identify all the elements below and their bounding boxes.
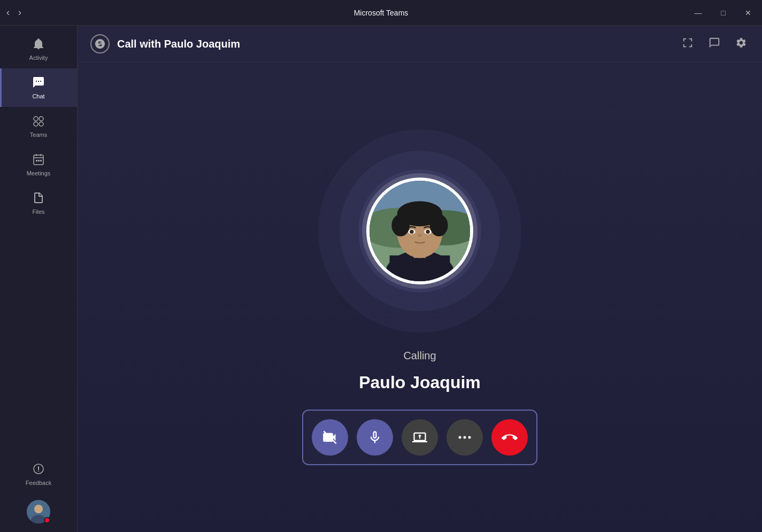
activity-label: Activity (29, 55, 48, 61)
toggle-mic-button[interactable] (357, 419, 393, 456)
share-screen-button[interactable] (402, 419, 438, 456)
svg-point-26 (391, 214, 410, 236)
sidebar-item-meetings[interactable]: Meetings (0, 145, 77, 184)
minimize-button[interactable]: — (690, 6, 706, 19)
calling-status: Calling (403, 350, 436, 362)
call-header: Call with Paulo Joaquim (78, 26, 762, 63)
svg-point-0 (34, 117, 38, 121)
svg-rect-22 (390, 256, 450, 281)
svg-point-35 (468, 436, 471, 439)
caller-avatar (366, 178, 473, 284)
svg-point-30 (410, 230, 414, 234)
chat-icon (32, 76, 45, 91)
meetings-icon (32, 153, 45, 168)
call-controls (302, 410, 537, 465)
sidebar-item-activity[interactable]: Activity (0, 30, 77, 68)
back-button[interactable]: ‹ (6, 7, 10, 18)
files-label: Files (32, 209, 44, 215)
close-button[interactable]: ✕ (741, 6, 756, 19)
svg-point-13 (38, 471, 39, 472)
sidebar-item-chat[interactable]: Chat (0, 68, 77, 107)
user-avatar[interactable] (27, 500, 50, 523)
svg-rect-8 (36, 160, 37, 161)
settings-button[interactable] (733, 35, 749, 53)
title-bar: ‹ › Microsoft Teams — □ ✕ (0, 0, 762, 26)
teams-label: Teams (30, 132, 47, 138)
avatar-inner (370, 181, 470, 281)
hang-up-button[interactable] (491, 419, 528, 456)
svg-rect-10 (40, 160, 42, 161)
more-options-button[interactable] (447, 419, 483, 456)
svg-point-34 (464, 436, 466, 439)
svg-point-2 (34, 122, 38, 126)
main-area: Activity Chat Teams (0, 26, 762, 532)
call-area: Call with Paulo Joaquim (78, 26, 762, 532)
svg-point-27 (430, 214, 448, 236)
svg-point-31 (426, 230, 430, 234)
sidebar-item-teams[interactable]: Teams (0, 107, 77, 145)
svg-point-1 (39, 117, 43, 121)
teams-icon (32, 114, 45, 129)
files-icon (32, 191, 45, 206)
title-bar-nav: ‹ › (6, 7, 21, 18)
feedback-label: Feedback (26, 480, 51, 486)
maximize-button[interactable]: □ (717, 6, 730, 19)
sidebar: Activity Chat Teams (0, 26, 78, 532)
forward-button[interactable]: › (18, 7, 21, 18)
toggle-video-button[interactable] (312, 419, 348, 456)
meetings-label: Meetings (27, 170, 51, 176)
svg-point-15 (34, 505, 43, 513)
feedback-icon (32, 462, 45, 477)
fullscreen-button[interactable] (680, 35, 696, 53)
call-content: Calling Paulo Joaquim (78, 63, 762, 532)
svg-point-3 (39, 122, 43, 126)
window-title: Microsoft Teams (354, 9, 409, 17)
chat-label: Chat (32, 93, 44, 99)
sidebar-item-feedback[interactable]: Feedback (0, 455, 77, 494)
call-title: Call with Paulo Joaquim (117, 38, 680, 50)
avatar-badge (44, 517, 50, 523)
sidebar-item-files[interactable]: Files (0, 184, 77, 222)
chat-panel-button[interactable] (706, 35, 722, 53)
svg-rect-9 (38, 160, 40, 161)
window-controls: — □ ✕ (690, 6, 756, 19)
skype-icon (90, 34, 110, 53)
svg-point-33 (459, 436, 461, 439)
activity-icon (32, 37, 45, 52)
call-header-actions (680, 35, 749, 53)
caller-ripple-container (318, 129, 521, 333)
caller-name: Paulo Joaquim (359, 373, 481, 392)
